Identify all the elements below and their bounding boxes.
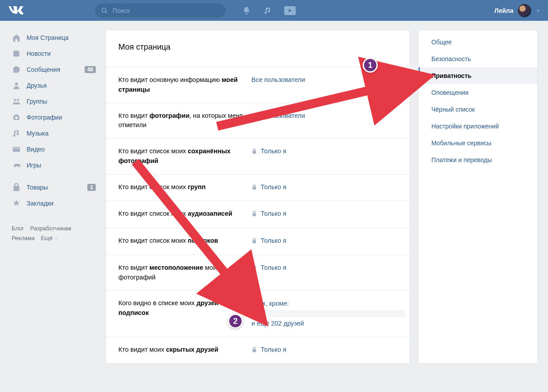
chevron-down-icon xyxy=(536,8,541,13)
setting-row: Кто видит список моих сохранённых фотогр… xyxy=(106,138,410,174)
nav-label: Игры xyxy=(27,162,41,169)
nav-item[interactable]: Игры xyxy=(9,157,98,173)
settings-tabs: ОбщееБезопасностьПриватностьОповещенияЧё… xyxy=(418,30,538,364)
setting-value[interactable]: Все пользователи xyxy=(251,111,305,121)
topbar: Лейла xyxy=(0,0,548,21)
setting-label: Кто видит фотографии, на которых меня от… xyxy=(118,111,251,131)
setting-label: Кто видит моих скрытых друзей xyxy=(118,345,251,355)
left-nav: Моя СтраницаНовостиСообщения48ДрузьяГруп… xyxy=(9,30,98,364)
user-menu[interactable]: Лейла xyxy=(494,0,541,21)
video-icon[interactable] xyxy=(284,6,296,15)
nav-label: Фотографии xyxy=(27,114,62,121)
nav-item[interactable]: Группы xyxy=(9,93,98,109)
nav-item[interactable]: Видео xyxy=(9,141,98,157)
setting-row: Кто видит фотографии, на которых меня от… xyxy=(106,103,410,139)
footer-blog[interactable]: Блог xyxy=(12,224,24,233)
settings-tab[interactable]: Настройки приложений xyxy=(419,118,537,135)
setting-value[interactable]: Все пользователи xyxy=(251,75,305,85)
top-icon-row xyxy=(242,6,296,16)
setting-value[interactable]: Только я xyxy=(251,147,286,157)
nav-label: Новости xyxy=(27,50,51,57)
setting-value[interactable]: Только я xyxy=(251,209,286,220)
setting-label: Кто видит список моих групп xyxy=(118,182,251,192)
search-icon xyxy=(101,7,108,14)
svg-point-4 xyxy=(17,99,19,101)
nav-label: Моя Страница xyxy=(27,34,69,41)
setting-label: Кто видит местоположение моих фотографий xyxy=(118,263,251,283)
setting-row-hidden-friends: Кто видит моих скрытых друзей Только я xyxy=(106,337,410,364)
footer-more[interactable]: Ещё xyxy=(41,233,58,243)
messages-icon xyxy=(12,65,21,74)
nav-item[interactable]: Музыка xyxy=(9,125,98,141)
settings-tab[interactable]: Платежи и переводы xyxy=(419,151,537,168)
setting-value[interactable]: Только я xyxy=(251,182,286,193)
svg-rect-6 xyxy=(13,147,20,152)
nav-label: Музыка xyxy=(27,130,49,137)
lock-icon xyxy=(251,183,257,193)
settings-tab[interactable]: Общее xyxy=(419,34,537,50)
games-icon xyxy=(12,160,21,170)
setting-row: Кто видит основную информацию моей стран… xyxy=(106,67,410,103)
notifications-icon[interactable] xyxy=(242,6,251,16)
setting-value[interactable]: Только я xyxy=(251,345,286,356)
svg-point-3 xyxy=(14,99,16,101)
footer-dev[interactable]: Разработчикам xyxy=(30,224,71,233)
settings-tab[interactable]: Чёрный список xyxy=(419,101,537,118)
svg-point-5 xyxy=(15,116,18,119)
bookmarks-icon xyxy=(12,198,21,208)
nav-item[interactable]: Сообщения48 xyxy=(9,62,98,78)
settings-tab[interactable]: Мобильные сервисы xyxy=(419,135,537,151)
setting-row: Кто видит список моих подарковТолько я xyxy=(106,228,410,255)
nav-item[interactable]: Моя Страница xyxy=(9,30,98,46)
page-title: Моя страница xyxy=(106,30,410,67)
setting-value[interactable]: Только я xyxy=(251,236,286,247)
search-input[interactable] xyxy=(113,7,219,14)
search-box[interactable] xyxy=(95,4,226,18)
setting-row-friends: Кого видно в списке моих друзей и подпис… xyxy=(106,290,410,336)
music-icon[interactable] xyxy=(263,6,273,16)
lock-icon xyxy=(251,147,257,157)
lock-icon xyxy=(251,346,257,356)
avatar xyxy=(518,4,531,17)
settings-panel: Моя страница Кто видит основную информац… xyxy=(106,30,410,364)
news-icon xyxy=(12,49,21,58)
footer-ads[interactable]: Реклама xyxy=(12,233,35,243)
lock-icon xyxy=(251,264,257,274)
setting-label: Кто видит список моих аудиозаписей xyxy=(118,209,251,219)
chevron-down-icon xyxy=(55,237,58,240)
nav-item[interactable]: Новости xyxy=(9,46,98,62)
groups-icon xyxy=(12,97,21,106)
lock-icon xyxy=(251,210,257,220)
nav-label: Друзья xyxy=(27,82,47,89)
nav-badge: 48 xyxy=(85,66,96,73)
svg-point-2 xyxy=(15,82,18,85)
svg-point-0 xyxy=(102,8,106,12)
market-icon xyxy=(12,182,21,192)
settings-tab[interactable]: Приватность xyxy=(419,67,537,84)
setting-label: Кого видно в списке моих друзей и подпис… xyxy=(118,299,251,318)
setting-value[interactable]: Всех, кроме: и ещё 202 друзей xyxy=(251,299,389,328)
footer-links: Блог Разработчикам Реклама Ещё xyxy=(9,224,98,243)
nav-label: Видео xyxy=(27,146,45,153)
nav-label: Товары xyxy=(27,184,48,191)
nav-item[interactable]: Товары1 xyxy=(9,179,98,195)
setting-row: Кто видит список моих аудиозаписейТолько… xyxy=(106,201,410,228)
setting-value[interactable]: Только я xyxy=(251,263,286,274)
setting-row: Кто видит список моих группТолько я xyxy=(106,174,410,201)
setting-label: Кто видит список моих сохранённых фотогр… xyxy=(118,147,251,166)
lock-icon xyxy=(251,237,257,247)
settings-tab[interactable]: Оповещения xyxy=(419,84,537,101)
video-icon xyxy=(12,144,21,154)
setting-label: Кто видит основную информацию моей стран… xyxy=(118,75,251,95)
nav-item[interactable]: Закладки xyxy=(9,195,98,211)
setting-label: Кто видит список моих подарков xyxy=(118,236,251,246)
nav-label: Группы xyxy=(27,98,47,105)
nav-item[interactable]: Друзья xyxy=(9,78,98,93)
friends-icon xyxy=(12,81,21,90)
vk-logo[interactable] xyxy=(9,6,24,15)
svg-line-1 xyxy=(106,12,107,13)
settings-tab[interactable]: Безопасность xyxy=(419,50,537,67)
setting-row: Кто видит местоположение моих фотографий… xyxy=(106,255,410,291)
nav-badge: 1 xyxy=(87,184,96,191)
nav-item[interactable]: Фотографии xyxy=(9,109,98,125)
